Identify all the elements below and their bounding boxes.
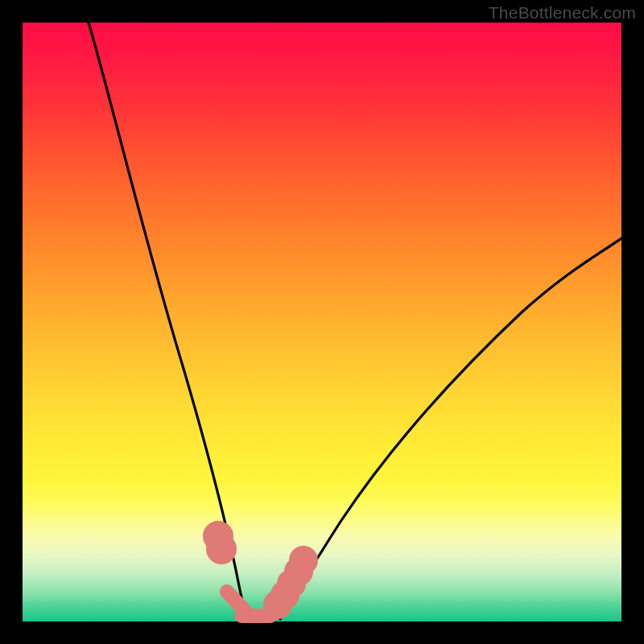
- right-curve: [280, 238, 621, 619]
- cluster-dot: [296, 553, 311, 568]
- chart-svg: [23, 23, 621, 621]
- curve-layer: [89, 23, 621, 619]
- chart-frame: TheBottleneck.com: [0, 0, 644, 644]
- cluster-layer: [210, 528, 311, 616]
- attribution-text: TheBottleneck.com: [489, 3, 636, 23]
- plot-area: [23, 23, 621, 621]
- cluster-dot: [213, 541, 229, 557]
